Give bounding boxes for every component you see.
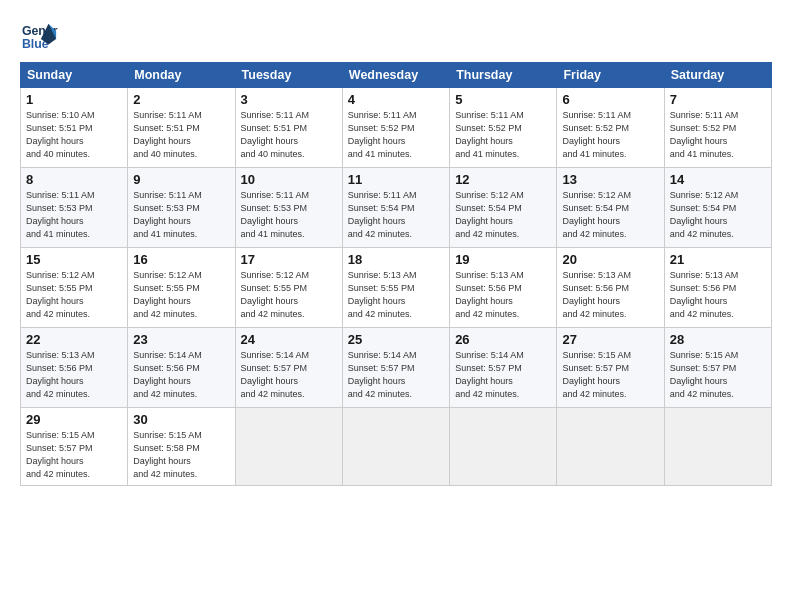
day-info: Sunrise: 5:12 AMSunset: 5:55 PMDaylight … xyxy=(241,270,310,319)
day-number: 24 xyxy=(241,332,337,347)
day-info: Sunrise: 5:15 AMSunset: 5:58 PMDaylight … xyxy=(133,430,202,479)
calendar-cell: 20 Sunrise: 5:13 AMSunset: 5:56 PMDaylig… xyxy=(557,248,664,328)
weekday-header: Sunday xyxy=(21,63,128,88)
calendar-cell: 30 Sunrise: 5:15 AMSunset: 5:58 PMDaylig… xyxy=(128,408,235,486)
day-info: Sunrise: 5:14 AMSunset: 5:57 PMDaylight … xyxy=(455,350,524,399)
day-info: Sunrise: 5:13 AMSunset: 5:56 PMDaylight … xyxy=(26,350,95,399)
day-number: 7 xyxy=(670,92,766,107)
day-number: 28 xyxy=(670,332,766,347)
weekday-header: Wednesday xyxy=(342,63,449,88)
day-number: 9 xyxy=(133,172,229,187)
day-number: 15 xyxy=(26,252,122,267)
day-number: 6 xyxy=(562,92,658,107)
day-info: Sunrise: 5:12 AMSunset: 5:54 PMDaylight … xyxy=(455,190,524,239)
day-number: 4 xyxy=(348,92,444,107)
calendar-cell: 11 Sunrise: 5:11 AMSunset: 5:54 PMDaylig… xyxy=(342,168,449,248)
day-number: 26 xyxy=(455,332,551,347)
day-number: 1 xyxy=(26,92,122,107)
day-info: Sunrise: 5:11 AMSunset: 5:51 PMDaylight … xyxy=(133,110,202,159)
calendar-week-row: 29 Sunrise: 5:15 AMSunset: 5:57 PMDaylig… xyxy=(21,408,772,486)
calendar-cell: 19 Sunrise: 5:13 AMSunset: 5:56 PMDaylig… xyxy=(450,248,557,328)
calendar-cell: 1 Sunrise: 5:10 AMSunset: 5:51 PMDayligh… xyxy=(21,88,128,168)
calendar-cell xyxy=(557,408,664,486)
calendar-cell xyxy=(664,408,771,486)
calendar-cell xyxy=(235,408,342,486)
calendar-cell: 7 Sunrise: 5:11 AMSunset: 5:52 PMDayligh… xyxy=(664,88,771,168)
day-number: 23 xyxy=(133,332,229,347)
day-number: 13 xyxy=(562,172,658,187)
weekday-header: Thursday xyxy=(450,63,557,88)
day-number: 19 xyxy=(455,252,551,267)
day-info: Sunrise: 5:12 AMSunset: 5:54 PMDaylight … xyxy=(562,190,631,239)
calendar-week-row: 1 Sunrise: 5:10 AMSunset: 5:51 PMDayligh… xyxy=(21,88,772,168)
calendar-cell: 23 Sunrise: 5:14 AMSunset: 5:56 PMDaylig… xyxy=(128,328,235,408)
calendar-week-row: 15 Sunrise: 5:12 AMSunset: 5:55 PMDaylig… xyxy=(21,248,772,328)
day-info: Sunrise: 5:14 AMSunset: 5:57 PMDaylight … xyxy=(348,350,417,399)
calendar-cell: 18 Sunrise: 5:13 AMSunset: 5:55 PMDaylig… xyxy=(342,248,449,328)
day-info: Sunrise: 5:11 AMSunset: 5:51 PMDaylight … xyxy=(241,110,310,159)
day-info: Sunrise: 5:13 AMSunset: 5:56 PMDaylight … xyxy=(455,270,524,319)
day-info: Sunrise: 5:12 AMSunset: 5:55 PMDaylight … xyxy=(26,270,95,319)
day-info: Sunrise: 5:12 AMSunset: 5:55 PMDaylight … xyxy=(133,270,202,319)
day-info: Sunrise: 5:11 AMSunset: 5:52 PMDaylight … xyxy=(348,110,417,159)
calendar-cell: 13 Sunrise: 5:12 AMSunset: 5:54 PMDaylig… xyxy=(557,168,664,248)
calendar-week-row: 8 Sunrise: 5:11 AMSunset: 5:53 PMDayligh… xyxy=(21,168,772,248)
weekday-header: Saturday xyxy=(664,63,771,88)
day-info: Sunrise: 5:11 AMSunset: 5:53 PMDaylight … xyxy=(241,190,310,239)
day-number: 20 xyxy=(562,252,658,267)
calendar-cell: 17 Sunrise: 5:12 AMSunset: 5:55 PMDaylig… xyxy=(235,248,342,328)
day-number: 21 xyxy=(670,252,766,267)
weekday-header: Friday xyxy=(557,63,664,88)
logo-icon: General Blue xyxy=(20,18,58,56)
day-number: 10 xyxy=(241,172,337,187)
calendar-cell: 2 Sunrise: 5:11 AMSunset: 5:51 PMDayligh… xyxy=(128,88,235,168)
calendar-week-row: 22 Sunrise: 5:13 AMSunset: 5:56 PMDaylig… xyxy=(21,328,772,408)
day-info: Sunrise: 5:13 AMSunset: 5:56 PMDaylight … xyxy=(562,270,631,319)
calendar-cell: 6 Sunrise: 5:11 AMSunset: 5:52 PMDayligh… xyxy=(557,88,664,168)
calendar-cell: 15 Sunrise: 5:12 AMSunset: 5:55 PMDaylig… xyxy=(21,248,128,328)
day-info: Sunrise: 5:11 AMSunset: 5:52 PMDaylight … xyxy=(455,110,524,159)
calendar-cell: 10 Sunrise: 5:11 AMSunset: 5:53 PMDaylig… xyxy=(235,168,342,248)
calendar-cell xyxy=(342,408,449,486)
calendar-cell: 28 Sunrise: 5:15 AMSunset: 5:57 PMDaylig… xyxy=(664,328,771,408)
day-number: 30 xyxy=(133,412,229,427)
day-number: 5 xyxy=(455,92,551,107)
day-info: Sunrise: 5:11 AMSunset: 5:52 PMDaylight … xyxy=(670,110,739,159)
day-info: Sunrise: 5:13 AMSunset: 5:55 PMDaylight … xyxy=(348,270,417,319)
calendar-cell: 9 Sunrise: 5:11 AMSunset: 5:53 PMDayligh… xyxy=(128,168,235,248)
calendar-table: SundayMondayTuesdayWednesdayThursdayFrid… xyxy=(20,62,772,486)
calendar-cell: 5 Sunrise: 5:11 AMSunset: 5:52 PMDayligh… xyxy=(450,88,557,168)
day-info: Sunrise: 5:12 AMSunset: 5:54 PMDaylight … xyxy=(670,190,739,239)
day-info: Sunrise: 5:13 AMSunset: 5:56 PMDaylight … xyxy=(670,270,739,319)
calendar-cell: 16 Sunrise: 5:12 AMSunset: 5:55 PMDaylig… xyxy=(128,248,235,328)
day-info: Sunrise: 5:10 AMSunset: 5:51 PMDaylight … xyxy=(26,110,95,159)
calendar-cell: 24 Sunrise: 5:14 AMSunset: 5:57 PMDaylig… xyxy=(235,328,342,408)
day-info: Sunrise: 5:11 AMSunset: 5:53 PMDaylight … xyxy=(133,190,202,239)
calendar-cell xyxy=(450,408,557,486)
day-info: Sunrise: 5:14 AMSunset: 5:57 PMDaylight … xyxy=(241,350,310,399)
calendar-cell: 27 Sunrise: 5:15 AMSunset: 5:57 PMDaylig… xyxy=(557,328,664,408)
calendar-cell: 8 Sunrise: 5:11 AMSunset: 5:53 PMDayligh… xyxy=(21,168,128,248)
weekday-header: Tuesday xyxy=(235,63,342,88)
day-info: Sunrise: 5:11 AMSunset: 5:54 PMDaylight … xyxy=(348,190,417,239)
day-info: Sunrise: 5:11 AMSunset: 5:53 PMDaylight … xyxy=(26,190,95,239)
day-number: 16 xyxy=(133,252,229,267)
day-number: 25 xyxy=(348,332,444,347)
calendar-cell: 12 Sunrise: 5:12 AMSunset: 5:54 PMDaylig… xyxy=(450,168,557,248)
day-number: 3 xyxy=(241,92,337,107)
day-info: Sunrise: 5:14 AMSunset: 5:56 PMDaylight … xyxy=(133,350,202,399)
day-number: 2 xyxy=(133,92,229,107)
calendar-cell: 21 Sunrise: 5:13 AMSunset: 5:56 PMDaylig… xyxy=(664,248,771,328)
day-info: Sunrise: 5:11 AMSunset: 5:52 PMDaylight … xyxy=(562,110,631,159)
day-info: Sunrise: 5:15 AMSunset: 5:57 PMDaylight … xyxy=(26,430,95,479)
day-number: 18 xyxy=(348,252,444,267)
logo: General Blue xyxy=(20,18,58,56)
calendar-cell: 22 Sunrise: 5:13 AMSunset: 5:56 PMDaylig… xyxy=(21,328,128,408)
day-number: 14 xyxy=(670,172,766,187)
calendar-page: General Blue SundayMondayTuesdayWednesda… xyxy=(0,0,792,612)
day-number: 12 xyxy=(455,172,551,187)
weekday-header: Monday xyxy=(128,63,235,88)
header: General Blue xyxy=(20,18,772,56)
day-number: 11 xyxy=(348,172,444,187)
day-number: 17 xyxy=(241,252,337,267)
